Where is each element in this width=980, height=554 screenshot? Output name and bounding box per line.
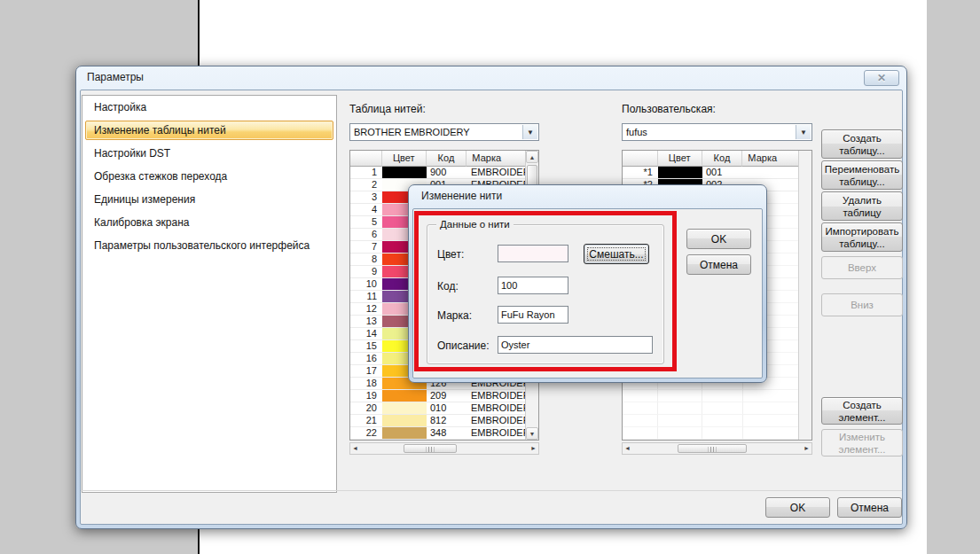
row-number: 13	[350, 316, 382, 328]
column-header[interactable]: Марка	[742, 151, 799, 167]
modal-ok-button[interactable]: OK	[686, 229, 751, 249]
table-row[interactable]	[623, 402, 811, 415]
user-table-dropdown-value: fufus	[626, 127, 647, 137]
row-number: 20	[350, 402, 382, 415]
sidebar-item[interactable]: Калибровка экрана	[82, 211, 336, 234]
empty-cell	[743, 427, 800, 440]
thread-table-hscrollbar[interactable]: ◄ ►	[349, 442, 539, 455]
row-number: 16	[350, 353, 382, 365]
table-row[interactable]: 22348EMBROIDERY	[350, 427, 538, 440]
code-cell: 812	[427, 415, 467, 427]
table-row[interactable]: 21812EMBROIDERY	[350, 415, 538, 427]
code-cell: 209	[427, 390, 467, 402]
empty-cell	[623, 427, 658, 440]
sidebar-item[interactable]: Настройки DST	[82, 142, 336, 165]
color-cell	[382, 390, 427, 402]
table-row[interactable]	[623, 415, 811, 427]
empty-cell	[658, 390, 702, 402]
scroll-right-icon[interactable]: ►	[530, 443, 537, 454]
scroll-left-icon[interactable]: ◄	[624, 443, 631, 454]
row-number: 18	[350, 378, 382, 390]
scroll-down-icon[interactable]: ▼	[526, 427, 538, 440]
column-header[interactable]: Цвет	[658, 151, 702, 167]
modal-cancel-button[interactable]: Отмена	[686, 254, 751, 275]
table-row[interactable]: 1900EMBROIDERY	[350, 167, 538, 179]
row-number: 19	[350, 390, 382, 402]
ok-button[interactable]: OK	[765, 497, 830, 518]
sidebar-item[interactable]: Параметры пользовательского интерфейса	[82, 234, 336, 257]
table-header: ЦветКодМарка	[623, 151, 811, 167]
row-number: 8	[350, 254, 382, 266]
chevron-down-icon[interactable]: ▼	[522, 125, 537, 139]
edit-thread-modal: Изменение нити Данные о нити Цвет: Смеша…	[408, 184, 767, 383]
row-number: 10	[350, 278, 382, 291]
hscroll-thumb[interactable]	[404, 444, 457, 453]
sidebar-item[interactable]: Обрезка стежков перехода	[82, 165, 336, 188]
empty-cell	[743, 402, 800, 415]
move-up-button[interactable]: Вверх	[821, 256, 903, 279]
code-cell: 010	[427, 402, 467, 415]
import-table-button[interactable]: Импортировать таблицу...	[821, 222, 903, 252]
sidebar-item[interactable]: Настройка	[82, 96, 336, 119]
brand-cell: EMBROIDERY	[467, 390, 527, 402]
row-number: 1	[350, 167, 382, 179]
dialog-title: Параметры	[87, 71, 144, 83]
footer-divider	[81, 490, 902, 491]
move-down-button[interactable]: Вниз	[821, 293, 903, 316]
brand-cell: EMBROIDERY	[467, 427, 527, 440]
thread-table-dropdown[interactable]: BROTHER EMBROIDERY ▼	[349, 123, 539, 141]
color-swatch	[382, 167, 427, 178]
edit-item-button[interactable]: Изменить элемент...	[821, 429, 903, 456]
modal-title: Изменение нити	[421, 190, 502, 202]
user-table-label: Пользовательская:	[622, 103, 716, 115]
table-row[interactable]: 19209EMBROIDERY	[350, 390, 538, 402]
color-cell	[382, 415, 427, 427]
row-number: 14	[350, 328, 382, 340]
empty-cell	[743, 390, 800, 402]
color-swatch	[382, 402, 427, 414]
empty-cell	[702, 402, 743, 415]
row-number: 21	[350, 415, 382, 427]
row-number: *1	[623, 167, 658, 179]
hscroll-thumb[interactable]	[678, 444, 747, 453]
cancel-button[interactable]: Отмена	[837, 497, 902, 518]
column-header[interactable]: Код	[427, 151, 467, 167]
delete-table-button[interactable]: Удалить таблицу	[821, 191, 903, 221]
color-cell	[658, 167, 702, 179]
create-item-button[interactable]: Создать элемент...	[821, 397, 903, 425]
vertical-scrollbar[interactable]	[798, 151, 811, 440]
table-row[interactable]	[623, 427, 811, 440]
column-header[interactable]: Код	[702, 151, 743, 167]
code-cell: 001	[702, 167, 743, 179]
row-number: 4	[350, 204, 382, 216]
column-header[interactable]: Марка	[466, 151, 526, 167]
code-cell: 348	[427, 427, 467, 440]
row-number: 11	[350, 291, 382, 303]
row-number: 9	[350, 266, 382, 278]
brand-cell: EMBROIDERY	[467, 415, 527, 427]
column-header[interactable]	[623, 151, 658, 167]
color-swatch	[382, 390, 427, 402]
empty-cell	[702, 390, 743, 402]
brand-cell: EMBROIDERY	[467, 167, 527, 179]
table-row[interactable]: *1001	[623, 167, 811, 179]
color-cell	[382, 402, 427, 415]
table-row[interactable]: 20010EMBROIDERY	[350, 402, 538, 415]
rename-table-button[interactable]: Переименовать таблицу...	[821, 160, 903, 190]
scroll-left-icon[interactable]: ◄	[352, 443, 358, 454]
chevron-down-icon[interactable]: ▼	[796, 125, 811, 139]
sidebar-item[interactable]: Единицы измерения	[82, 188, 336, 211]
brand-cell: EMBROIDERY	[467, 402, 527, 415]
close-icon[interactable]: ✕	[864, 70, 899, 86]
user-table-hscrollbar[interactable]: ◄ ►	[622, 442, 812, 455]
sidebar-item[interactable]: Изменение таблицы нитей	[85, 121, 333, 140]
create-table-button[interactable]: Создать таблицу...	[821, 129, 903, 159]
user-table-dropdown[interactable]: fufus ▼	[622, 123, 812, 141]
scroll-up-icon[interactable]: ▲	[526, 151, 538, 163]
column-header[interactable]: Цвет	[382, 151, 427, 167]
row-number: 7	[350, 241, 382, 254]
scroll-right-icon[interactable]: ►	[804, 443, 810, 454]
column-header[interactable]	[350, 151, 382, 167]
table-row[interactable]	[623, 390, 811, 402]
empty-cell	[623, 390, 658, 402]
